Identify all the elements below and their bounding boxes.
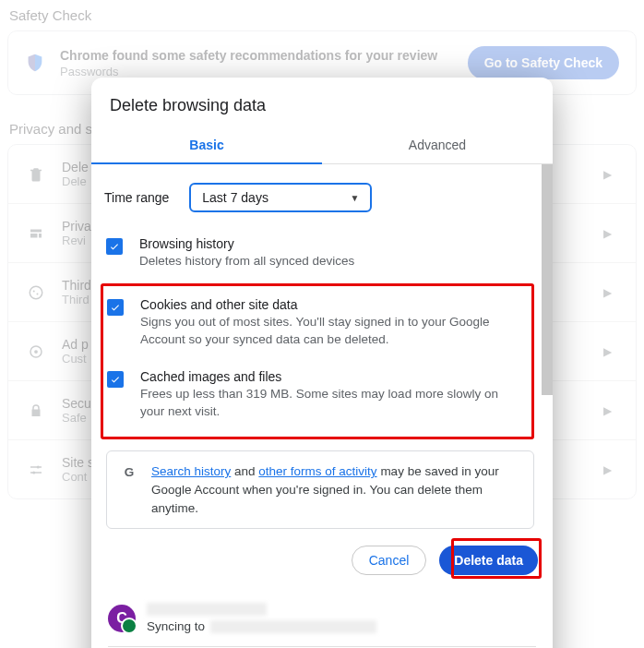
dialog-title: Delete browsing data: [91, 78, 553, 128]
dialog-actions: Cancel Delete data: [91, 529, 553, 595]
option-desc: Deletes history from all synced devices: [139, 253, 354, 270]
option-cache[interactable]: Cached images and files Frees up less th…: [105, 362, 526, 434]
time-range-select[interactable]: Last 7 days ▼: [189, 183, 372, 212]
option-desc: Frees up less than 319 MB. Some sites ma…: [140, 386, 522, 421]
time-range-label: Time range: [104, 190, 169, 205]
scrollbar[interactable]: [542, 164, 553, 529]
highlight-annotation: Cookies and other site data Signs you ou…: [101, 283, 534, 440]
option-cookies[interactable]: Cookies and other site data Signs you ou…: [105, 290, 526, 362]
option-title: Cached images and files: [140, 369, 522, 384]
option-title: Cookies and other site data: [140, 297, 522, 312]
option-desc: Signs you out of most sites. You'll stay…: [140, 314, 522, 349]
option-browsing-history[interactable]: Browsing history Deletes history from al…: [104, 229, 536, 283]
delete-browsing-data-dialog: Delete browsing data Basic Advanced Time…: [91, 78, 553, 648]
google-account-info: G Search history and other forms of acti…: [106, 450, 534, 529]
tab-bar: Basic Advanced: [91, 128, 553, 164]
checkbox-checked-icon[interactable]: [106, 238, 123, 255]
google-icon: G: [120, 462, 138, 481]
checkbox-checked-icon[interactable]: [107, 371, 124, 388]
tab-advanced[interactable]: Advanced: [322, 128, 553, 163]
avatar: C: [108, 605, 136, 632]
tab-basic[interactable]: Basic: [91, 128, 322, 163]
sync-account-row: C Syncing to: [108, 595, 536, 647]
checkbox-checked-icon[interactable]: [107, 299, 124, 316]
account-email-redacted: [210, 620, 376, 633]
sync-label: Syncing to: [147, 619, 205, 633]
other-activity-link[interactable]: other forms of activity: [258, 464, 376, 478]
option-title: Browsing history: [139, 236, 354, 251]
time-range-value: Last 7 days: [202, 190, 268, 205]
chevron-down-icon: ▼: [350, 193, 359, 203]
delete-data-button[interactable]: Delete data: [439, 546, 538, 575]
account-name-redacted: [147, 603, 267, 616]
cancel-button[interactable]: Cancel: [352, 546, 427, 575]
search-history-link[interactable]: Search history: [151, 464, 231, 478]
